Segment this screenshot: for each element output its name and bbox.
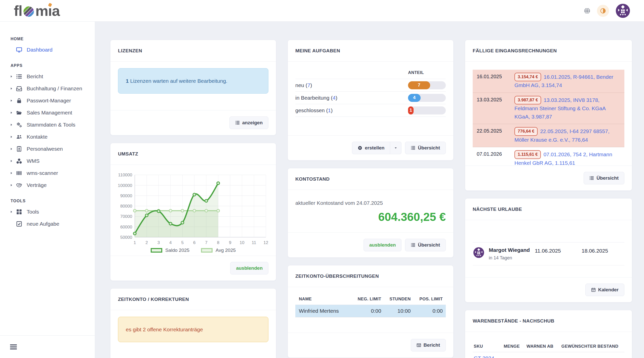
table-row[interactable]: Winfried Mertens 0:00 10:00 0:00 (295, 305, 446, 317)
task-count-link[interactable]: 4 (333, 95, 336, 101)
task-progress-track: 4 (408, 94, 446, 102)
svg-text:7: 7 (205, 240, 208, 245)
task-progress-bar: 4 (408, 94, 421, 102)
legend-item-saldo[interactable]: Saldo 2025 (151, 248, 189, 253)
task-row-in-bearbeitung: in Bearbeitung (4) 4 (295, 92, 446, 104)
kalender-button[interactable]: Kalender (585, 284, 624, 296)
svg-text:4: 4 (169, 240, 172, 245)
users-icon (16, 134, 22, 140)
chart-legend: Saldo 2025 Avg 2025 (117, 248, 269, 253)
caret-right-icon (10, 75, 13, 78)
list-icon (411, 146, 415, 150)
sidebar-item-kontakte[interactable]: Kontakte (0, 131, 95, 143)
legend-swatch (201, 248, 213, 253)
sidebar-item-wms[interactable]: WMS (0, 155, 95, 167)
sku-link[interactable]: GT-3934-52 (474, 355, 496, 358)
caret-right-icon (10, 210, 13, 214)
svg-text:10: 10 (240, 240, 245, 245)
sidebar-item-wms-scanner[interactable]: wms-scanner (0, 167, 95, 179)
user-avatar[interactable] (616, 4, 630, 18)
anzeigen-button[interactable]: anzeigen (229, 116, 268, 129)
card-lizenzen: LIZENZEN 1 Lizenzen warten auf weitere B… (110, 40, 276, 135)
logo-text: fl (14, 2, 22, 19)
logo-text: m (35, 2, 48, 19)
caret-right-icon (10, 99, 13, 102)
ausblenden-button[interactable]: ausblenden (230, 262, 268, 274)
uebersicht-button[interactable]: Übersicht (405, 239, 446, 251)
sidebar-nav: HOME Dashboard APPS Bericht Buchhaltung … (0, 22, 95, 335)
card-title-rechnungen: FÄLLIGE EINGANGSRECHNUNGEN (473, 48, 557, 54)
sidebar-item-personalwesen[interactable]: Personalwesen (0, 143, 95, 155)
vacation-person-name: Margot Wiegand (489, 247, 530, 253)
invoice-due-date: 16.01.2025 (477, 73, 514, 79)
svg-text:11: 11 (252, 240, 256, 245)
ausblenden-button[interactable]: ausblenden (364, 239, 402, 251)
sidebar-item-stammdaten-tools[interactable]: Stammdaten & Tools (0, 119, 95, 131)
avatar (473, 247, 484, 258)
calendar-icon (591, 288, 596, 292)
card-zeitkonto-ueberschreitungen: ZEITKONTO-ÜBERSCHREITUNGEN NAME NEG. LIM… (288, 265, 454, 358)
sidebar-item-bericht[interactable]: Bericht (0, 70, 95, 83)
sidebar-item-sales-management[interactable]: Sales Management (0, 107, 95, 119)
sidebar-section-apps: APPS (11, 63, 95, 68)
card-title-korrekturen: ZEITKONTO / KORREKTUREN (118, 297, 189, 302)
caret-right-icon (10, 147, 13, 151)
topbar-actions (584, 4, 630, 18)
uebersicht-button[interactable]: Übersicht (405, 142, 446, 154)
grid-icon (16, 209, 22, 215)
app-root: fl m ı a (0, 0, 644, 358)
sidebar-item-buchhaltung-finanzen[interactable]: Buchhaltung / Finanzen (0, 83, 95, 95)
invoice-due-date: 07.01.2026 (477, 150, 514, 157)
sidebar-item-neue-aufgabe[interactable]: neue Aufgabe (0, 218, 95, 230)
task-count-link[interactable]: 7 (307, 82, 310, 88)
zeitkonto-table: NAME NEG. LIMIT STUNDEN POS. LIMIT Winfr… (295, 294, 446, 317)
card-title-umsatz: UMSATZ (118, 151, 138, 157)
theme-toggle-button[interactable] (597, 5, 609, 17)
list-icon (235, 121, 240, 125)
invoice-due-date: 22.05.2025 (477, 127, 514, 134)
app-logo[interactable]: fl m ı a (14, 2, 60, 19)
card-warenbestaende-nachschub: WARENBESTÄNDE - NACHSCHUB SKU MENGE WARN… (465, 310, 632, 358)
lizenzen-info-alert: 1 Lizenzen warten auf weitere Bearbeitun… (118, 68, 268, 94)
logo-o-icon (23, 6, 34, 17)
sidebar-item-vertraege[interactable]: Verträge (0, 179, 95, 191)
card-zeitkonto-korrekturen: ZEITKONTO / KORREKTUREN es gibt 2 offene… (110, 288, 276, 358)
kontostand-label: aktueller Kontostand vom 24.07.2025 (295, 196, 446, 206)
legend-item-avg[interactable]: Avg 2025 (201, 248, 236, 253)
sidebar-item-tools[interactable]: Tools (0, 206, 95, 218)
card-title-zeitkonto: ZEITKONTO-ÜBERSCHREITUNGEN (295, 273, 379, 279)
svg-text:70000: 70000 (120, 214, 132, 219)
bericht-button[interactable]: Bericht (411, 339, 446, 351)
vacation-countdown: in 14 Tagen (489, 255, 530, 261)
invoice-row: 16.01.2025 3.154,74 €16.01.2025, R-94661… (473, 70, 624, 93)
sidebar-collapse-button[interactable] (0, 335, 95, 358)
svg-text:9: 9 (229, 240, 231, 245)
contrast-icon (600, 8, 606, 14)
svg-text:60000: 60000 (120, 224, 132, 229)
check-square-icon (16, 221, 22, 227)
uebersicht-button[interactable]: Übersicht (584, 172, 624, 184)
caret-right-icon (10, 87, 13, 90)
identicon-avatar-icon (473, 247, 484, 258)
sidebar-item-dashboard[interactable]: Dashboard (0, 44, 95, 56)
hamburger-icon (10, 344, 17, 349)
card-meine-aufgaben: MEINE AUFGABEN ANTEIL neu (7) 7 in Bearb… (288, 40, 454, 161)
topbar: fl m ı a (0, 0, 644, 22)
svg-text:2: 2 (145, 240, 148, 245)
task-progress-track: 1 (408, 106, 446, 114)
task-count-link[interactable]: 1 (328, 107, 331, 113)
caret-down-icon (394, 146, 397, 150)
globe-icon[interactable] (584, 8, 590, 14)
invoice-row: 22.05.2025 776,64 €22.05.2025, I-64 2297… (473, 124, 624, 147)
handshake-icon (16, 182, 22, 188)
invoice-row: 07.01.2026 1.115,61 €07.01.2026, 754 2, … (473, 147, 624, 166)
sidebar: HOME Dashboard APPS Bericht Buchhaltung … (0, 22, 95, 358)
erstellen-dropdown-button[interactable] (390, 142, 401, 154)
waren-table: SKU MENGE WARNEN AB GEWÜNSCHTER BESTAND … (473, 341, 624, 358)
task-progress-bar: 1 (408, 106, 414, 114)
card-faellige-eingangsrechnungen: FÄLLIGE EINGANGSRECHNUNGEN 16.01.2025 3.… (465, 40, 632, 191)
barcode-icon (16, 170, 22, 176)
card-umsatz: UMSATZ 500006000070000800009000010000011… (110, 143, 276, 281)
sidebar-item-passwort-manager[interactable]: Passwort-Manager (0, 95, 95, 107)
erstellen-button[interactable]: erstellen (352, 142, 390, 154)
